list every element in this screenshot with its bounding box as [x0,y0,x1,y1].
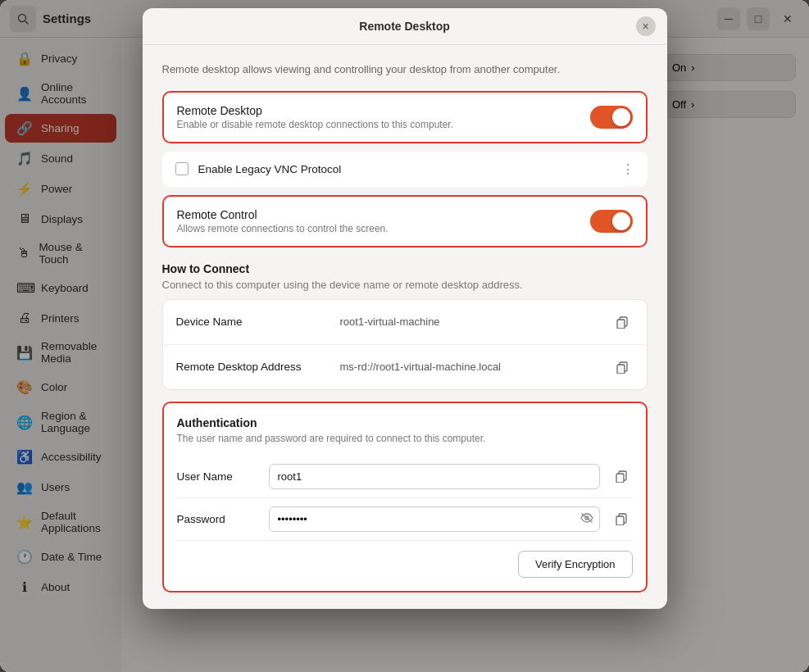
remote-control-toggle[interactable] [590,210,633,233]
remote-control-title: Remote Control [177,208,389,221]
svg-rect-5 [617,365,625,374]
remote-desktop-modal: Remote Desktop × Remote desktop allows v… [143,8,667,609]
password-row: Password [177,498,633,541]
vnc-checkbox[interactable] [175,162,189,175]
connection-info-table: Device Name root1-virtual-machine Remote… [162,299,648,390]
svg-rect-7 [616,474,624,483]
vnc-row: Enable Legacy VNC Protocol ⋮ [162,152,648,187]
remote-control-label: Remote Control Allows remote connections… [177,208,389,234]
username-label: User Name [177,470,259,483]
device-name-value: root1-virtual-machine [340,316,611,328]
modal-title: Remote Desktop [359,20,449,33]
remote-address-label: Remote Desktop Address [176,361,340,373]
auth-description: The user name and password are required … [177,433,633,444]
username-copy-button[interactable] [610,465,633,488]
remote-desktop-label: Remote Desktop Enable or disable remote … [177,104,454,130]
username-row: User Name [177,456,633,498]
svg-rect-11 [616,516,624,525]
vnc-menu-icon[interactable]: ⋮ [621,161,634,177]
verify-encryption-button[interactable]: Verify Encryption [518,551,633,578]
modal-titlebar: Remote Desktop × [143,8,667,45]
device-name-row: Device Name root1-virtual-machine [163,300,647,345]
modal-close-button[interactable]: × [636,16,656,36]
remote-address-value: ms-rd://root1-virtual-machine.local [340,361,611,373]
auth-actions: Verify Encryption [177,551,633,578]
remote-desktop-title: Remote Desktop [177,104,454,117]
how-to-connect-heading: How to Connect [162,262,648,275]
modal-description: Remote desktop allows viewing and contro… [162,61,648,78]
remote-desktop-subtitle: Enable or disable remote desktop connect… [177,119,454,130]
device-name-copy-button[interactable] [611,311,634,334]
password-visibility-button[interactable] [580,512,593,525]
svg-rect-3 [617,320,625,329]
remote-control-subtitle: Allows remote connections to control the… [177,223,389,234]
remote-address-copy-button[interactable] [611,356,634,379]
vnc-label: Enable Legacy VNC Protocol [198,163,611,175]
remote-control-row: Remote Control Allows remote connections… [162,195,648,247]
how-to-connect-description: Connect to this computer using the devic… [162,279,648,291]
username-input[interactable] [269,464,600,489]
modal-body: Remote desktop allows viewing and contro… [143,45,667,609]
remote-desktop-row: Remote Desktop Enable or disable remote … [162,91,648,143]
password-wrap [269,506,600,532]
remote-desktop-toggle[interactable] [590,106,633,129]
password-input[interactable] [269,506,600,532]
main-window: Settings ─ □ ✕ 🔒Privacy👤Online Accounts🔗… [0,0,809,672]
remote-address-row: Remote Desktop Address ms-rd://root1-vir… [163,345,647,389]
modal-overlay: Remote Desktop × Remote desktop allows v… [0,0,809,672]
auth-heading: Authentication [177,416,633,429]
password-label: Password [177,513,259,525]
authentication-box: Authentication The user name and passwor… [162,402,648,593]
password-copy-button[interactable] [610,507,633,530]
device-name-label: Device Name [176,316,340,328]
